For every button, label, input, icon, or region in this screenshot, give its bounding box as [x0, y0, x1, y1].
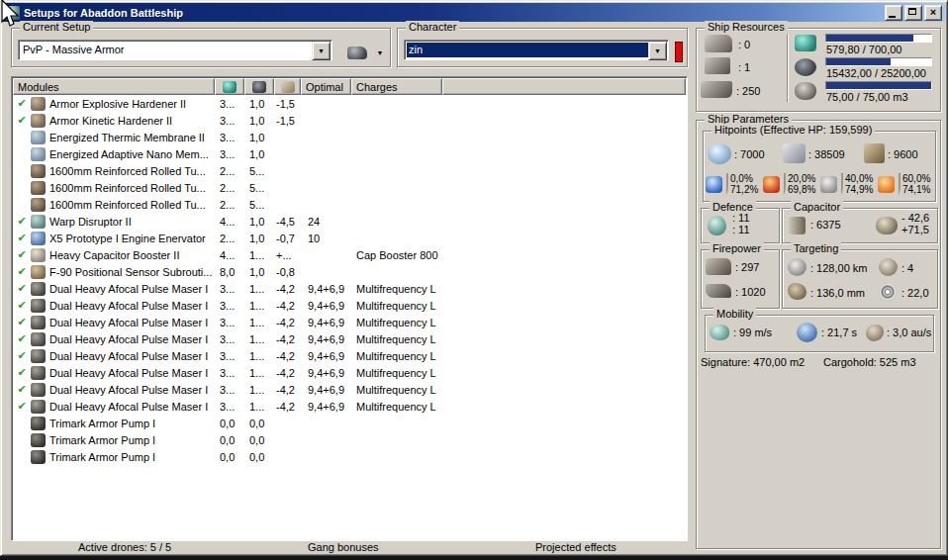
module-row[interactable]: ✔Dual Heavy Afocal Pulse Maser I3...1...… [13, 297, 686, 314]
module-row[interactable]: ✔Heavy Capacitor Booster II4...1...+...C… [13, 246, 686, 263]
column-header-cpu[interactable] [215, 78, 244, 95]
module-active-check-icon[interactable]: ✔ [13, 332, 31, 345]
module-row[interactable]: Energized Thermic Membrane II3...1,0 [13, 129, 686, 145]
ship-resources-label: Ship Resources [705, 21, 788, 34]
module-active-check-icon[interactable]: ✔ [13, 316, 31, 328]
module-name: Warp Disruptor II [49, 216, 215, 228]
module-row[interactable]: ✔Warp Disruptor II4...1,0-4,524 [13, 213, 686, 230]
current-setup-dropdown-button[interactable]: ▼ [312, 42, 331, 60]
module-row[interactable]: Trimark Armor Pump I0,00,0 [13, 448, 686, 465]
module-row[interactable]: ✔Dual Heavy Afocal Pulse Maser I3...1...… [13, 314, 686, 330]
module-powergrid-value: 5... [244, 165, 274, 177]
module-row[interactable]: ✔F-90 Positional Sensor Subrouti...8,01,… [13, 263, 686, 280]
chevron-down-icon: ▼ [318, 47, 325, 54]
module-active-check-icon[interactable]: ✔ [13, 349, 31, 362]
module-browser-dropdown-button[interactable]: ▼ [374, 47, 386, 59]
module-row[interactable]: ✔Dual Heavy Afocal Pulse Maser I3...1...… [13, 364, 686, 381]
ship-resources-group: Ship Resources : 0 : 1 : 250 579,80 / 70… [696, 28, 941, 112]
module-row[interactable]: Trimark Armor Pump I0,00,0 [13, 415, 686, 431]
module-optimal-value: 9,4+6,9 [301, 367, 351, 379]
module-row[interactable]: ✔Armor Explosive Hardener II3...1,0-1,5 [13, 95, 686, 112]
module-optimal-value: 9,4+6,9 [301, 350, 351, 362]
module-row[interactable]: ✔X5 Prototype I Engine Enervator2...1,0-… [13, 230, 686, 246]
chevron-down-icon: ▼ [654, 47, 661, 54]
section-active-drones[interactable]: Active drones: 5 / 5 [78, 541, 171, 553]
module-active-check-icon[interactable]: ✔ [13, 97, 31, 110]
explosive-icon [878, 176, 895, 193]
armor-resist-value: 71,2% [730, 184, 758, 195]
section-projected-effects[interactable]: Projected effects [535, 541, 616, 553]
module-cpu-value: 3... [215, 283, 244, 295]
column-header-powergrid[interactable] [244, 78, 274, 95]
module-active-check-icon[interactable]: ✔ [13, 265, 31, 278]
structure-hp-value: : 9600 [888, 148, 918, 160]
module-cpu-value: 3... [215, 98, 244, 110]
module-active-check-icon[interactable]: ✔ [13, 383, 31, 396]
bottom-sections: Active drones: 5 / 5 Gang bonuses Projec… [3, 540, 945, 556]
module-active-check-icon[interactable]: ✔ [13, 232, 31, 244]
column-header-charges[interactable]: Charges [351, 78, 442, 95]
module-active-check-icon[interactable]: ✔ [13, 248, 31, 261]
stasis-web-icon [31, 232, 46, 245]
module-row[interactable]: Trimark Armor Pump I0,00,0 [13, 431, 686, 448]
minimize-button[interactable] [885, 5, 902, 21]
window: Setups for Abaddon Battleship × Current … [0, 0, 948, 556]
module-cpu-value: 3... [215, 333, 244, 345]
module-active-check-icon[interactable]: ✔ [13, 366, 31, 379]
character-combobox[interactable]: zin ▼ [404, 40, 669, 60]
module-name: Trimark Armor Pump I [49, 434, 215, 446]
cpu-bar [825, 34, 932, 43]
max-velocity-value: : 99 m/s [733, 327, 772, 338]
column-header-modules[interactable]: Modules [13, 78, 215, 95]
module-row[interactable]: ✔Dual Heavy Afocal Pulse Maser I3...1...… [13, 381, 686, 398]
scan-resolution-icon [788, 283, 806, 300]
module-name: 1600mm Reinforced Rolled Tu... [49, 199, 215, 211]
section-gang-bonuses[interactable]: Gang bonuses [308, 541, 379, 553]
column-header-optimal[interactable]: Optimal [301, 78, 351, 95]
module-capacitor-value: -4,2 [274, 317, 301, 328]
module-icon-cell [31, 146, 49, 160]
module-row[interactable]: ✔Dual Heavy Afocal Pulse Maser I3...1...… [13, 280, 686, 297]
divider [787, 35, 788, 102]
module-name: Dual Heavy Afocal Pulse Maser I [49, 350, 215, 362]
title-bar[interactable]: Setups for Abaddon Battleship × [3, 3, 945, 22]
module-row[interactable]: Energized Adaptive Nano Mem...3...1,0 [13, 145, 686, 162]
module-optimal-value: 24 [301, 216, 351, 228]
capacitor-delta-icon [876, 217, 898, 234]
pulse-laser-icon [31, 366, 46, 380]
module-active-check-icon[interactable]: ✔ [13, 400, 31, 413]
module-optimal-value: 9,4+6,9 [301, 317, 351, 328]
close-button[interactable]: × [924, 5, 942, 21]
column-header-capacitor[interactable] [274, 78, 301, 95]
module-active-check-icon[interactable]: ✔ [13, 282, 31, 295]
module-active-check-icon[interactable]: ✔ [13, 215, 31, 228]
module-active-check-icon[interactable]: ✔ [13, 114, 31, 127]
scan-resolution-value: : 136,0 mm [810, 287, 865, 299]
module-powergrid-value: 1... [244, 350, 274, 362]
powergrid-icon [795, 58, 816, 76]
sensor-strength-value: : 22,0 [901, 287, 929, 299]
character-dropdown-button[interactable]: ▼ [648, 42, 667, 60]
maximize-button[interactable] [904, 5, 922, 21]
module-name: Armor Kinetic Hardener II [49, 115, 215, 127]
module-row[interactable]: ✔Dual Heavy Afocal Pulse Maser I3...1...… [13, 330, 686, 347]
armor-plate-icon [31, 181, 46, 195]
module-icon-cell [31, 231, 49, 244]
shield-resist-value: 0,0% [730, 173, 758, 184]
module-active-check-icon[interactable]: ✔ [13, 299, 31, 312]
module-powergrid-value: 1... [244, 249, 274, 261]
module-row[interactable]: 1600mm Reinforced Rolled Tu...2...5... [13, 179, 686, 196]
screen: Setups for Abaddon Battleship × Current … [0, 0, 948, 560]
module-row[interactable]: 1600mm Reinforced Rolled Tu...2...5... [13, 162, 686, 179]
module-browser-button[interactable] [342, 42, 372, 63]
pulse-laser-icon [31, 299, 46, 313]
module-charge-value: Multifrequency L [351, 401, 442, 413]
current-setup-combobox[interactable]: PvP - Massive Armor ▼ [18, 40, 332, 60]
sensor-booster-icon [31, 265, 46, 279]
current-setup-group: Current Setup PvP - Massive Armor ▼ ▼ [11, 28, 391, 67]
module-row[interactable]: ✔Dual Heavy Afocal Pulse Maser I3...1...… [13, 398, 686, 415]
module-row[interactable]: 1600mm Reinforced Rolled Tu...2...5... [13, 196, 686, 213]
module-name: X5 Prototype I Engine Enervator [49, 233, 215, 244]
module-row[interactable]: ✔Dual Heavy Afocal Pulse Maser I3...1...… [13, 347, 686, 364]
module-row[interactable]: ✔Armor Kinetic Hardener II3...1,0-1,5 [13, 112, 686, 129]
